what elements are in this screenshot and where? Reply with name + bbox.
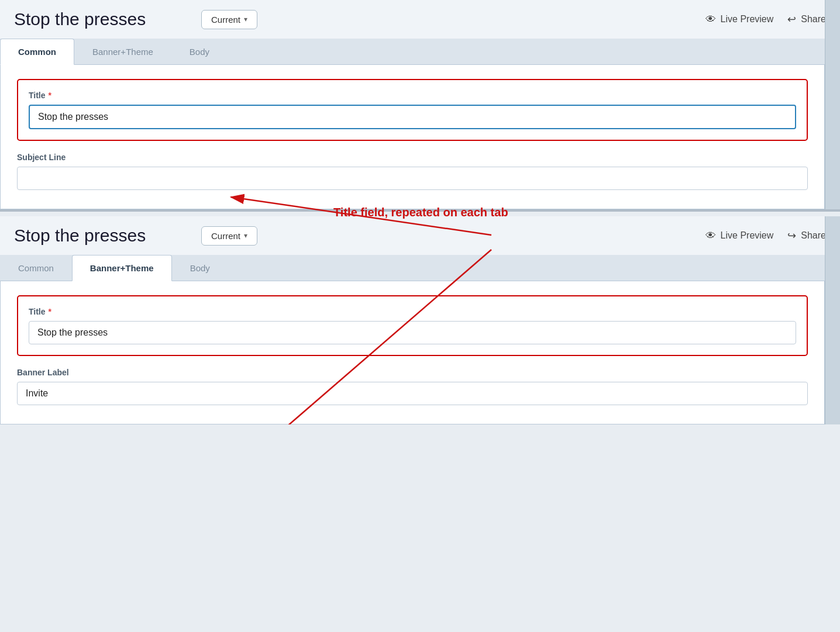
subject-line-input[interactable] bbox=[17, 167, 808, 190]
title-input-bottom[interactable] bbox=[29, 321, 796, 344]
bottom-tab-bar: Common Banner+Theme Body bbox=[0, 255, 840, 281]
title-field-box-top: Title * bbox=[17, 79, 808, 141]
top-panel-section: Stop the presses Current ▾ 👁 Live Previe… bbox=[0, 0, 840, 212]
page-title: Stop the presses bbox=[14, 9, 201, 29]
share-button[interactable]: ↪ Share bbox=[787, 13, 826, 26]
title-field-box-bottom: Title * bbox=[17, 295, 808, 356]
header-actions-bottom: 👁 Live Preview ↪ Share bbox=[705, 229, 826, 242]
eye-icon: 👁 bbox=[705, 13, 716, 26]
bottom-header: Stop the presses Current ▾ 👁 Live Previe… bbox=[0, 216, 840, 255]
eye-icon-bottom: 👁 bbox=[705, 230, 716, 242]
banner-label-input[interactable] bbox=[17, 382, 808, 405]
title-input-top[interactable] bbox=[29, 105, 796, 129]
title-label-bottom: Title * bbox=[29, 307, 796, 316]
subject-line-label: Subject Line bbox=[17, 153, 808, 162]
live-preview-label-bottom: Live Preview bbox=[721, 230, 774, 241]
share-button-bottom[interactable]: ↪ Share bbox=[787, 229, 826, 242]
share-icon-bottom: ↪ bbox=[787, 229, 796, 242]
tab-body-top[interactable]: Body bbox=[171, 39, 228, 64]
right-sidebar-top bbox=[825, 0, 840, 209]
right-sidebar-bottom bbox=[825, 216, 840, 424]
banner-label-label: Banner Label bbox=[17, 368, 808, 377]
banner-label-group: Banner Label bbox=[17, 368, 808, 405]
chevron-down-icon: ▾ bbox=[244, 15, 247, 23]
bottom-panel-section: Stop the presses Current ▾ 👁 Live Previe… bbox=[0, 216, 840, 424]
tab-banner-theme-bottom[interactable]: Banner+Theme bbox=[72, 255, 172, 281]
share-label-bottom: Share bbox=[801, 230, 826, 241]
tab-banner-theme-top[interactable]: Banner+Theme bbox=[74, 39, 171, 64]
share-label: Share bbox=[801, 14, 826, 25]
tab-body-bottom[interactable]: Body bbox=[172, 255, 228, 281]
required-star-top: * bbox=[49, 91, 51, 100]
header-actions: 👁 Live Preview ↪ Share bbox=[705, 13, 826, 26]
live-preview-button-bottom[interactable]: 👁 Live Preview bbox=[705, 230, 774, 242]
page-title-bottom: Stop the presses bbox=[14, 226, 201, 246]
bottom-form-content: Title * Banner Label bbox=[0, 281, 825, 424]
page-wrapper: Stop the presses Current ▾ 👁 Live Previe… bbox=[0, 0, 840, 424]
version-dropdown[interactable]: Current ▾ bbox=[201, 10, 257, 29]
top-form-content: Title * Subject Line bbox=[0, 65, 825, 209]
required-star-bottom: * bbox=[49, 307, 51, 316]
top-header: Stop the presses Current ▾ 👁 Live Previe… bbox=[0, 0, 840, 39]
title-label-top: Title * bbox=[29, 91, 796, 100]
live-preview-button[interactable]: 👁 Live Preview bbox=[705, 13, 774, 26]
tab-common-bottom[interactable]: Common bbox=[0, 255, 72, 281]
version-label-bottom: Current bbox=[211, 231, 240, 241]
version-dropdown-bottom[interactable]: Current ▾ bbox=[201, 226, 257, 246]
version-label: Current bbox=[211, 15, 240, 25]
share-icon: ↪ bbox=[787, 13, 796, 26]
top-tab-bar: Common Banner+Theme Body bbox=[0, 39, 840, 65]
chevron-down-icon-bottom: ▾ bbox=[244, 232, 247, 240]
subject-line-group: Subject Line bbox=[17, 153, 808, 190]
live-preview-label: Live Preview bbox=[721, 14, 774, 25]
tab-common-top[interactable]: Common bbox=[0, 39, 74, 65]
